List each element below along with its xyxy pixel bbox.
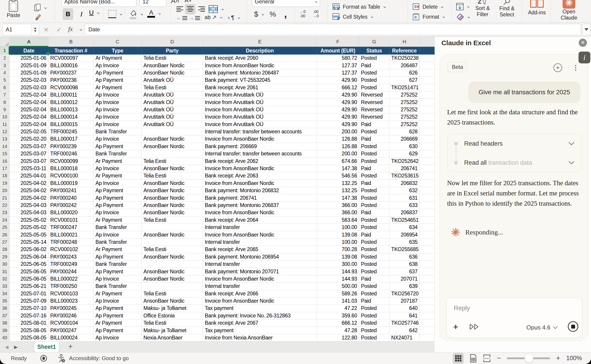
cell[interactable]: Posted <box>359 334 389 341</box>
cell[interactable]: Internal transfer <box>203 224 317 231</box>
sheet-tab[interactable]: Sheet1 <box>34 342 59 352</box>
cell[interactable] <box>420 150 435 157</box>
cell[interactable]: Ap Invoice <box>94 180 142 187</box>
cell[interactable]: Posted <box>359 77 389 84</box>
cell[interactable]: 2025-03-07 <box>10 143 48 150</box>
row-number[interactable]: 15 <box>0 150 10 157</box>
cell[interactable]: 2025-02-04 <box>10 121 48 128</box>
zoom-level[interactable]: 100% <box>566 355 582 362</box>
row-number[interactable]: 34 <box>0 290 10 297</box>
header-cell[interactable]: Type <box>94 47 142 55</box>
align-top-button[interactable] <box>176 6 183 12</box>
cell[interactable] <box>142 239 203 246</box>
decrease-decimal-button[interactable]: ←0.00 <box>300 10 306 18</box>
column-header-g[interactable]: G <box>359 37 389 46</box>
cell[interactable]: Ap Payment <box>94 305 142 312</box>
row-number[interactable]: 8 <box>0 99 10 106</box>
cell[interactable]: Posted <box>359 84 389 91</box>
row-number[interactable]: 29 <box>0 253 10 261</box>
cell[interactable]: 2025-06-05 <box>10 268 48 275</box>
cell[interactable]: 206832 <box>389 180 420 187</box>
header-cell[interactable]: Description <box>203 47 317 55</box>
cell[interactable]: Ar Payment <box>94 246 142 253</box>
cell[interactable]: TKO252642 <box>389 157 420 165</box>
cell[interactable]: AnsonBaer Nordic <box>142 69 203 77</box>
cell[interactable]: 626 <box>389 69 420 77</box>
cell[interactable]: Posted <box>359 187 389 194</box>
cell[interactable]: Ar Payment <box>94 290 142 297</box>
insert-function-button[interactable]: fx <box>68 26 73 33</box>
cell[interactable]: 589.26 <box>317 290 359 297</box>
row-number[interactable]: 31 <box>0 268 10 275</box>
cell[interactable]: 666.12 <box>317 319 359 327</box>
cell[interactable]: Bank Transfer <box>94 150 142 157</box>
cell[interactable]: Invoice from Arvutitark OÜ <box>203 106 317 113</box>
cell[interactable]: Posted <box>359 253 389 261</box>
cell[interactable]: Ap Payment <box>94 253 142 261</box>
cell[interactable] <box>420 128 435 136</box>
cell[interactable]: Maksu- ja Tolliamet <box>142 305 203 312</box>
cell[interactable]: TRF000249 <box>48 261 94 268</box>
cell[interactable]: TRF000250 <box>48 283 94 290</box>
cell[interactable]: 2025-07-10 <box>10 305 48 312</box>
cell[interactable]: BILL000016 <box>48 62 94 69</box>
cell[interactable]: NX24071 <box>389 334 420 341</box>
cell[interactable]: Ap Payment <box>94 268 142 275</box>
cell[interactable] <box>420 216 435 224</box>
increase-indent-button[interactable]: → <box>189 15 200 21</box>
cell[interactable]: 126.88 <box>317 143 359 150</box>
cell[interactable]: AnsonBaer Nordic <box>142 209 203 216</box>
stop-button[interactable] <box>568 321 578 332</box>
header-cell[interactable]: Transaction # <box>48 47 94 55</box>
enter-icon[interactable]: ✓ <box>56 26 62 33</box>
fast-forward-icon[interactable] <box>469 324 480 330</box>
cell[interactable]: 207071 <box>389 275 420 283</box>
italic-button[interactable]: I <box>77 9 86 20</box>
cell[interactable]: 2025-02-04 <box>10 91 48 99</box>
row-number[interactable]: 12 <box>0 128 10 136</box>
decrease-indent-button[interactable]: ← <box>176 15 187 21</box>
cell[interactable]: Posted <box>359 312 389 319</box>
cell[interactable]: 674.66 <box>317 157 359 165</box>
cell[interactable]: Ap Invoice <box>94 106 142 113</box>
cell[interactable]: 666.12 <box>317 84 359 91</box>
add-sheet-button[interactable]: + <box>68 342 73 351</box>
column-header-b[interactable]: B <box>48 37 94 46</box>
cell[interactable]: 132.25 <box>317 180 359 187</box>
cell[interactable]: 2025-02-04 <box>10 113 48 121</box>
cell[interactable]: TKO257746 <box>389 319 420 327</box>
currency-button[interactable]: $ <box>254 10 264 18</box>
row-number[interactable]: 27 <box>0 239 10 246</box>
cell[interactable]: 2025-04-02 <box>10 180 48 187</box>
cell[interactable]: Ap Invoice <box>94 231 142 238</box>
cell[interactable]: 2025-06-21 <box>10 283 48 290</box>
row-number[interactable]: 24 <box>0 216 10 224</box>
cell[interactable]: Bank payment: Montonio 207071 <box>203 268 317 275</box>
cell[interactable] <box>420 319 435 327</box>
cell[interactable]: Ar Payment <box>94 319 142 327</box>
cell[interactable]: 359.60 <box>317 312 359 319</box>
row-number[interactable]: 25 <box>0 224 10 231</box>
cell[interactable]: Invoice from AnsonBaer Nordic <box>203 165 317 172</box>
cell[interactable]: 2025-01-06 <box>10 55 48 62</box>
row-number[interactable]: 36 <box>0 305 10 312</box>
cell[interactable]: 206741 <box>389 165 420 172</box>
cell[interactable]: 366.00 <box>317 202 359 209</box>
info-icon[interactable]: i <box>578 52 590 63</box>
header-cell[interactable]: Date <box>10 47 48 55</box>
cell[interactable]: Bank payment: 206669 <box>203 143 317 150</box>
cell[interactable]: BILL000024 <box>48 334 94 341</box>
cancel-icon[interactable]: ✕ <box>44 26 49 33</box>
cell[interactable]: 2025-01-09 <box>10 69 48 77</box>
cell[interactable]: 640 <box>389 305 420 312</box>
cell[interactable]: Ap Invoice <box>94 334 142 341</box>
cell[interactable]: Arvutitark OÜ <box>142 99 203 106</box>
cell[interactable]: BILL000013 <box>48 106 94 113</box>
cell[interactable]: 206487 <box>389 62 420 69</box>
cell[interactable]: TKO253615 <box>389 172 420 180</box>
cell[interactable]: 275252 <box>389 106 420 113</box>
row-number[interactable]: 10 <box>0 113 10 121</box>
cell[interactable] <box>142 128 203 136</box>
cell[interactable]: BILL000022 <box>48 275 94 283</box>
column-header-a[interactable]: A <box>10 37 48 46</box>
